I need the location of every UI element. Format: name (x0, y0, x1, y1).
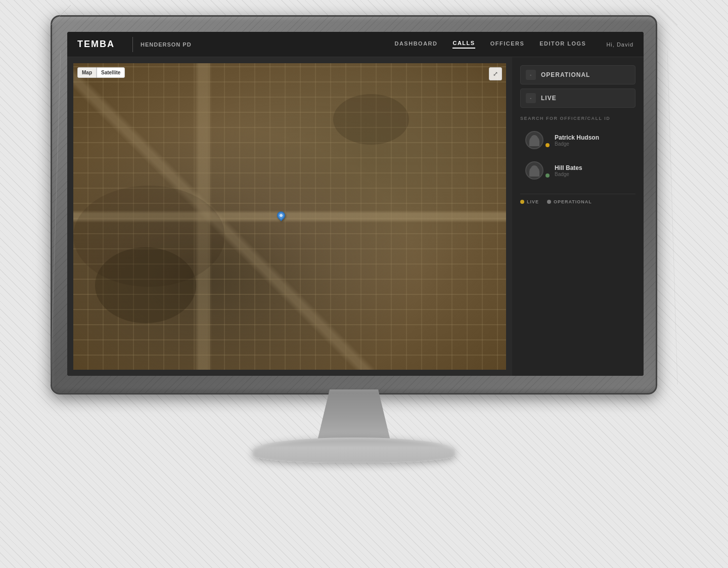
monitor-bezel: TEMBA HENDERSON PD DASHBOARD CALLS OFFIC… (51, 15, 657, 395)
officer-info: Hill Bates Badge (555, 164, 582, 177)
status-dot-yellow (545, 143, 550, 147)
legend-live: LIVE (520, 199, 539, 204)
live-icon (526, 93, 536, 103)
operational-label: Operational (541, 71, 590, 78)
nav-links: DASHBOARD CALLS OFFICERS EDITOR LOGS (394, 40, 586, 49)
legend-label-operational: OPERATIONAL (554, 199, 592, 204)
officer-badge: Badge (555, 171, 582, 177)
legend: LIVE OPERATIONAL (520, 194, 635, 204)
nav-divider (132, 37, 133, 52)
nav-calls[interactable]: CALLS (452, 40, 475, 49)
map-pin (277, 211, 285, 222)
operational-icon (526, 70, 536, 80)
navbar: TEMBA HENDERSON PD DASHBOARD CALLS OFFIC… (67, 32, 644, 57)
officer-name: Hill Bates (555, 164, 582, 171)
officer-name: Patrick Hudson (555, 134, 599, 141)
officer-badge: Badge (555, 141, 599, 147)
officer-avatar (525, 161, 543, 180)
terrain-patch (333, 94, 409, 145)
nav-officers[interactable]: OFFICERS (490, 40, 525, 48)
officer-item[interactable]: Patrick Hudson Badge (520, 127, 635, 153)
legend-operational: OPERATIONAL (547, 199, 592, 204)
satellite-view-button[interactable]: Satellite (97, 67, 125, 78)
officer-list: Patrick Hudson Badge (520, 127, 635, 184)
map-background: Map Satellite ⤢ (73, 63, 506, 370)
officer-item[interactable]: Hill Bates Badge (520, 157, 635, 184)
monitor: TEMBA HENDERSON PD DASHBOARD CALLS OFFIC… (51, 15, 677, 470)
avatar-silhouette (529, 136, 539, 146)
status-dot-green (545, 173, 550, 178)
operational-button[interactable]: Operational (520, 65, 635, 84)
monitor-base (253, 438, 455, 463)
screen: TEMBA HENDERSON PD DASHBOARD CALLS OFFIC… (67, 32, 644, 376)
avatar-silhouette (529, 166, 539, 177)
legend-dot-live (520, 200, 524, 204)
main-content: Map Satellite ⤢ Operat (67, 57, 644, 376)
logo: TEMBA (77, 39, 115, 50)
sidebar: Operational Live SEARCH FOR OFFICER/CALL… (512, 57, 644, 376)
legend-label-live: LIVE (527, 199, 539, 204)
pin-dot (279, 213, 283, 217)
map-expand-button[interactable]: ⤢ (489, 67, 502, 80)
pin-body (276, 210, 287, 222)
nav-dashboard[interactable]: DASHBOARD (394, 40, 437, 48)
map-container[interactable]: Map Satellite ⤢ (73, 63, 506, 370)
map-view-button[interactable]: Map (77, 67, 97, 78)
officer-info: Patrick Hudson Badge (555, 134, 599, 147)
search-label: SEARCH FOR OFFICER/CALL ID (520, 116, 635, 121)
terrain-patch (73, 186, 225, 287)
map-area: Map Satellite ⤢ (67, 57, 512, 376)
officer-avatar (525, 131, 543, 149)
nav-editor-logs[interactable]: EDITOR LOGS (539, 40, 586, 48)
legend-dot-operational (547, 200, 551, 204)
map-controls: Map Satellite (77, 67, 125, 78)
logo-text: TEMBA (77, 39, 115, 50)
department-label: HENDERSON PD (141, 41, 192, 48)
live-label: Live (541, 95, 557, 102)
live-button[interactable]: Live (520, 89, 635, 108)
status-buttons: Operational Live (520, 65, 635, 108)
monitor-neck (313, 389, 394, 440)
user-greeting: Hi, David (606, 41, 633, 48)
